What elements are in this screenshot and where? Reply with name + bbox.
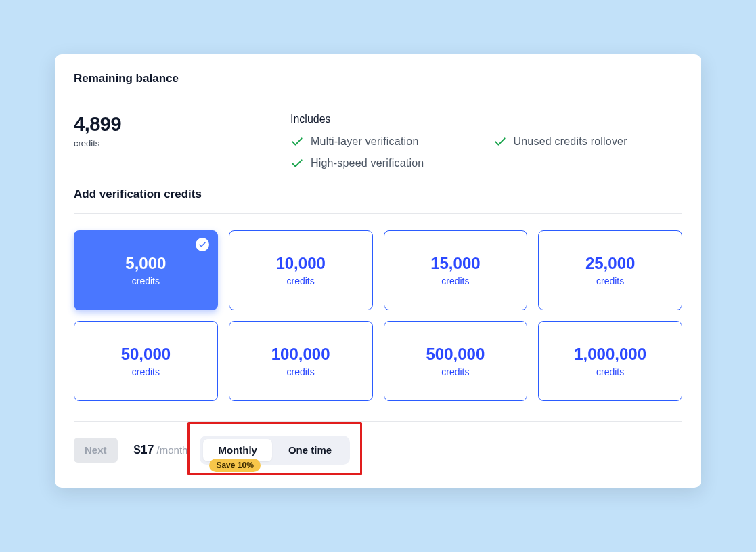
credit-unit: credits	[596, 366, 624, 377]
include-text: Multi-layer verification	[311, 135, 419, 148]
includes-list: Multi-layer verification Unused credits …	[290, 135, 682, 170]
credit-tile[interactable]: 5,000credits	[74, 230, 218, 310]
check-icon	[290, 135, 304, 148]
credit-tile[interactable]: 1,000,000credits	[538, 321, 682, 401]
credit-tile[interactable]: 500,000credits	[384, 321, 528, 401]
credit-unit: credits	[441, 366, 469, 377]
frequency-option-onetime[interactable]: One time	[273, 439, 347, 461]
divider	[74, 213, 682, 214]
check-icon	[290, 156, 304, 170]
credit-unit: credits	[287, 366, 315, 377]
credit-amount: 25,000	[585, 254, 635, 273]
selected-check-icon	[196, 238, 209, 251]
credit-amount: 15,000	[430, 254, 480, 273]
credit-amount: 50,000	[121, 345, 171, 364]
credit-unit: credits	[132, 276, 160, 286]
include-text: Unused credits rollover	[514, 135, 627, 148]
price-period: /month	[157, 444, 188, 456]
credit-unit: credits	[441, 276, 469, 286]
credit-tile[interactable]: 100,000credits	[229, 321, 373, 401]
balance-value: 4,899	[74, 113, 290, 135]
credit-amount: 1,000,000	[574, 345, 646, 364]
credit-unit: credits	[132, 366, 160, 377]
credit-amount: 5,000	[125, 254, 166, 273]
next-button[interactable]: Next	[74, 438, 118, 463]
credit-amount: 500,000	[426, 345, 485, 364]
credit-tile[interactable]: 50,000credits	[74, 321, 218, 401]
include-item: High-speed verification	[290, 156, 480, 170]
include-text: High-speed verification	[311, 157, 424, 169]
credit-unit: credits	[287, 276, 315, 286]
credit-unit: credits	[596, 276, 624, 286]
save-badge: Save 10%	[209, 459, 260, 472]
price-amount: $17	[134, 443, 154, 457]
footer-area: Next $17 /month Monthly One time Save 10…	[74, 421, 682, 465]
balance-left: 4,899 credits	[74, 113, 290, 170]
remaining-balance-title: Remaining balance	[74, 72, 682, 85]
credit-tile-grid: 5,000credits10,000credits15,000credits25…	[74, 230, 682, 401]
balance-unit: credits	[74, 138, 290, 148]
price-block: $17 /month	[134, 443, 188, 457]
credit-amount: 10,000	[275, 254, 325, 273]
balance-row: 4,899 credits Includes Multi-layer verif…	[74, 98, 682, 188]
include-item: Multi-layer verification	[290, 135, 480, 148]
credit-amount: 100,000	[271, 345, 330, 364]
include-item: Unused credits rollover	[493, 135, 683, 148]
credits-card: Remaining balance 4,899 credits Includes…	[55, 54, 701, 488]
includes-title: Includes	[290, 113, 682, 125]
credit-tile[interactable]: 10,000credits	[229, 230, 373, 310]
check-icon	[493, 135, 507, 148]
frequency-toggle-wrap: Monthly One time Save 10%	[200, 436, 350, 465]
credit-tile[interactable]: 25,000credits	[538, 230, 682, 310]
add-credits-title: Add verification credits	[74, 188, 682, 201]
includes-column: Includes Multi-layer verification Unused…	[290, 113, 682, 170]
credit-tile[interactable]: 15,000credits	[384, 230, 528, 310]
